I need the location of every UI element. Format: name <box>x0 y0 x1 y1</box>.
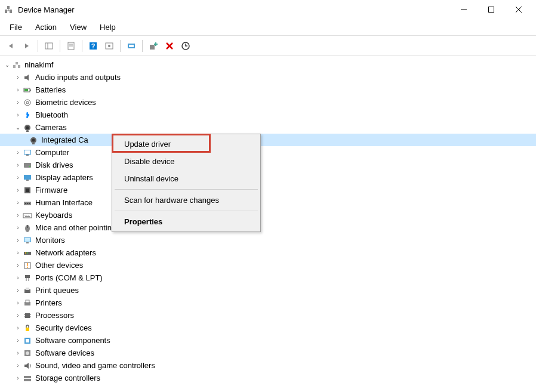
expand-arrow-icon[interactable]: › <box>13 361 23 371</box>
expand-arrow-icon[interactable]: › <box>13 148 23 158</box>
expand-arrow-icon[interactable]: › <box>13 186 23 195</box>
tree-category[interactable]: ›Ports (COM & LPT) <box>0 271 536 284</box>
svg-rect-1 <box>10 10 12 13</box>
action-button[interactable] <box>102 39 116 53</box>
expand-arrow-icon[interactable]: › <box>13 236 23 245</box>
svg-rect-56 <box>28 215 29 215</box>
show-hide-button[interactable] <box>42 39 56 53</box>
minimize-button[interactable] <box>450 0 478 19</box>
expand-arrow-icon[interactable]: › <box>13 98 23 107</box>
help-button[interactable]: ? <box>86 39 100 53</box>
tree-category[interactable]: ›Security devices <box>0 322 536 334</box>
add-hardware-button[interactable] <box>146 39 161 53</box>
menu-file[interactable]: File <box>4 20 28 34</box>
expand-arrow-icon[interactable]: › <box>13 273 23 283</box>
battery-icon <box>23 85 32 95</box>
camera-icon <box>29 135 38 145</box>
svg-point-32 <box>24 100 30 106</box>
tree-category[interactable]: ›Keyboards <box>0 209 536 221</box>
expand-arrow-icon[interactable]: ⌄ <box>2 60 12 70</box>
expand-arrow-icon[interactable]: › <box>13 286 23 295</box>
expand-arrow-icon[interactable]: › <box>13 261 23 270</box>
expand-arrow-icon[interactable]: › <box>13 198 23 208</box>
tree-category[interactable]: ›Bluetooth <box>0 109 536 121</box>
tree-category[interactable]: ›Biometric devices <box>0 96 536 109</box>
svg-rect-2 <box>7 6 10 9</box>
expand-arrow-icon[interactable]: › <box>13 85 23 95</box>
ctx-properties[interactable]: Properties <box>113 213 259 230</box>
menu-help[interactable]: Help <box>94 20 122 34</box>
ctx-scan-hardware[interactable]: Scan for hardware changes <box>113 192 259 209</box>
hid-icon <box>23 198 32 208</box>
svg-rect-80 <box>26 328 29 331</box>
expand-arrow-icon[interactable]: › <box>13 374 23 383</box>
tree-category[interactable]: ›Display adapters <box>0 171 536 184</box>
ctx-disable-device[interactable]: Disable device <box>113 153 259 170</box>
menu-view[interactable]: View <box>64 20 93 34</box>
tree-category[interactable]: ›Network adapters <box>0 246 536 259</box>
expand-arrow-icon[interactable]: › <box>13 248 23 258</box>
expand-arrow-icon[interactable]: › <box>13 110 23 120</box>
expand-arrow-icon[interactable]: › <box>13 73 23 82</box>
tree-device[interactable]: Integrated Ca <box>0 134 536 146</box>
swcomp-icon <box>23 336 32 345</box>
tree-category[interactable]: ›Print queues <box>0 284 536 297</box>
close-button[interactable] <box>505 0 532 19</box>
tree-category[interactable]: ›Software components <box>0 334 536 347</box>
tree-category[interactable]: ›Computer <box>0 146 536 159</box>
tree-category-label: Software devices <box>35 348 94 357</box>
expand-arrow-icon[interactable]: ⌄ <box>13 123 23 132</box>
menu-action[interactable]: Action <box>29 20 63 34</box>
tree-category[interactable]: ›Software devices <box>0 347 536 359</box>
toolbar: ? <box>0 36 536 56</box>
svg-text:?: ? <box>91 42 96 50</box>
tree-category[interactable]: ›Monitors <box>0 234 536 246</box>
port-icon <box>23 273 32 283</box>
svg-rect-39 <box>32 143 35 144</box>
expand-arrow-icon[interactable]: › <box>13 223 23 233</box>
firmware-icon <box>23 186 32 195</box>
properties-button[interactable] <box>64 39 78 53</box>
tree-category[interactable]: ›Mice and other pointing devices <box>0 221 536 234</box>
expand-arrow-icon[interactable]: › <box>13 298 23 308</box>
expand-arrow-icon[interactable]: › <box>13 336 23 345</box>
tree-category[interactable]: ›Printers <box>0 297 536 309</box>
expand-arrow-icon[interactable]: › <box>13 323 23 333</box>
expand-arrow-icon[interactable]: › <box>13 211 23 220</box>
svg-rect-62 <box>26 242 29 243</box>
tree-category[interactable]: ›Sound, video and game controllers <box>0 359 536 372</box>
update-button[interactable] <box>178 39 193 53</box>
tree-category[interactable]: ›Batteries <box>0 84 536 96</box>
svg-rect-31 <box>24 89 28 91</box>
maximize-button[interactable] <box>478 0 505 19</box>
tree-category-label: Print queues <box>35 286 79 295</box>
tree-category[interactable]: ›Audio inputs and outputs <box>0 71 536 84</box>
expand-arrow-icon[interactable]: › <box>13 173 23 183</box>
svg-rect-0 <box>5 10 7 13</box>
tree-category[interactable]: ›Processors <box>0 309 536 322</box>
device-tree[interactable]: ⌄ ninakimf ›Audio inputs and outputs›Bat… <box>0 56 536 392</box>
uninstall-button[interactable] <box>162 39 177 53</box>
ctx-update-driver[interactable]: Update driver <box>113 135 259 153</box>
svg-rect-86 <box>24 379 31 381</box>
ctx-separator <box>115 189 258 190</box>
tree-root[interactable]: ⌄ ninakimf <box>0 58 536 71</box>
expand-arrow-icon[interactable]: › <box>13 311 23 320</box>
other-icon: ! <box>23 261 32 270</box>
tree-category[interactable]: ›!Other devices <box>0 259 536 271</box>
tree-category-label: Printers <box>35 298 62 307</box>
expand-arrow-icon[interactable]: › <box>13 348 23 358</box>
scan-hardware-button[interactable] <box>124 39 138 53</box>
forward-button[interactable] <box>20 39 34 53</box>
expand-arrow-icon[interactable]: › <box>13 160 23 170</box>
window-title: Device Manager <box>18 5 75 14</box>
tree-category-label: Monitors <box>35 236 65 245</box>
tree-category[interactable]: ›Firmware <box>0 184 536 196</box>
tree-category[interactable]: ⌄Cameras <box>0 121 536 134</box>
tree-category[interactable]: ›Human Interface <box>0 196 536 209</box>
sound-icon <box>23 361 32 371</box>
back-button[interactable] <box>4 39 18 53</box>
ctx-uninstall-device[interactable]: Uninstall device <box>113 170 259 187</box>
tree-category[interactable]: ›Disk drives <box>0 159 536 171</box>
tree-category[interactable]: ›Storage controllers <box>0 372 536 384</box>
